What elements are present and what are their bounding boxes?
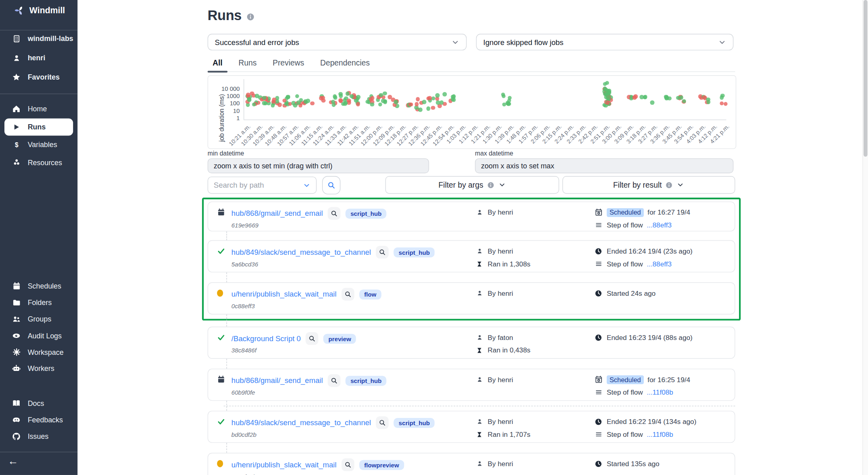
error-job-dot[interactable] — [371, 96, 375, 100]
error-job-dot[interactable] — [321, 96, 325, 100]
success-job-dot[interactable] — [605, 81, 609, 85]
success-job-dot[interactable] — [370, 102, 374, 106]
job-kind-filter-select[interactable]: Successful and error jobs — [208, 34, 467, 50]
error-job-dot[interactable] — [720, 101, 724, 105]
success-job-dot[interactable] — [284, 102, 288, 106]
inspect-run-button[interactable] — [328, 374, 341, 387]
tab-previews[interactable]: Previews — [272, 57, 305, 70]
success-job-dot[interactable] — [247, 98, 251, 102]
sidebar-item-docs[interactable]: Docs — [0, 395, 78, 411]
success-job-dot[interactable] — [422, 100, 426, 104]
tab-all[interactable]: All — [212, 57, 223, 70]
success-job-dot[interactable] — [426, 106, 430, 111]
success-job-dot[interactable] — [721, 94, 725, 98]
run-card[interactable]: u/henri/publish_slack_wait_mail flow 0c8… — [208, 283, 735, 315]
scrollbar-thumb[interactable] — [864, 0, 868, 157]
success-job-dot[interactable] — [255, 94, 259, 98]
success-job-dot[interactable] — [379, 93, 383, 97]
parent-flow-link[interactable]: ...11f08b — [647, 430, 673, 438]
skipped-flow-filter-select[interactable]: Ignore skipped flow jobs — [476, 34, 734, 50]
sidebar-item-resources[interactable]: Resources — [0, 154, 78, 171]
sidebar-item-issues[interactable]: Issues — [0, 428, 78, 444]
run-path-link[interactable]: hub/868/gmail/_send_email — [231, 377, 323, 385]
scrollbar-track[interactable] — [862, 0, 868, 475]
sidebar-item-windmill-labs[interactable]: windmill-labs — [0, 29, 78, 48]
success-job-dot[interactable] — [394, 100, 398, 104]
run-card[interactable]: /Background Script 0 preview 38c8486f By… — [208, 327, 735, 359]
success-job-dot[interactable] — [606, 94, 610, 98]
success-job-dot[interactable] — [264, 101, 268, 105]
sidebar-item-audit-logs[interactable]: Audit Logs — [0, 328, 78, 344]
parent-flow-link[interactable]: ...11f08b — [647, 388, 673, 396]
run-path-link[interactable]: u/henri/publish_slack_wait_mail — [231, 290, 337, 299]
sidebar-item-workers[interactable]: Workers — [0, 360, 78, 377]
error-job-dot[interactable] — [416, 97, 420, 101]
success-job-dot[interactable] — [338, 92, 342, 96]
success-job-dot[interactable] — [507, 102, 511, 106]
search-by-path-select[interactable]: Search by path — [208, 176, 317, 194]
parent-flow-link[interactable]: ...88eff3 — [647, 260, 671, 268]
success-job-dot[interactable] — [383, 91, 387, 95]
error-job-dot[interactable] — [633, 95, 637, 99]
success-job-dot[interactable] — [682, 99, 686, 103]
filter-by-args-button[interactable]: Filter by args — [385, 176, 559, 194]
run-card[interactable]: hub/849/slack/send_message_to_channel sc… — [208, 240, 735, 272]
success-job-dot[interactable] — [378, 102, 382, 106]
error-job-dot[interactable] — [347, 98, 351, 102]
run-card[interactable]: u/henri/publish_slack_wait_mail flowprev… — [208, 453, 735, 475]
success-job-dot[interactable] — [275, 99, 279, 103]
sidebar-item-groups[interactable]: Groups — [0, 311, 78, 328]
success-job-dot[interactable] — [381, 99, 385, 103]
error-job-dot[interactable] — [428, 96, 432, 100]
search-button[interactable] — [322, 176, 340, 194]
success-job-dot[interactable] — [295, 94, 299, 98]
success-job-dot[interactable] — [366, 100, 370, 104]
success-job-dot[interactable] — [501, 92, 505, 96]
error-job-dot[interactable] — [356, 102, 360, 106]
error-job-dot[interactable] — [702, 95, 706, 99]
error-job-dot[interactable] — [415, 102, 419, 106]
run-card[interactable]: hub/868/gmail/_send_email script_hub 619… — [208, 201, 735, 231]
success-job-dot[interactable] — [350, 94, 354, 98]
sidebar-item-runs[interactable]: Runs — [4, 118, 73, 135]
collapse-sidebar-button[interactable]: ← — [8, 455, 18, 467]
app-logo[interactable]: Windmill — [14, 5, 65, 16]
error-job-dot[interactable] — [606, 100, 610, 104]
sidebar-item-workspace[interactable]: Workspace — [0, 344, 78, 360]
run-path-link[interactable]: u/henri/publish_slack_wait_mail — [231, 461, 337, 469]
success-job-dot[interactable] — [262, 96, 266, 100]
success-job-dot[interactable] — [643, 95, 647, 99]
error-job-dot[interactable] — [271, 100, 275, 104]
success-job-dot[interactable] — [271, 103, 275, 107]
sidebar-item-henri[interactable]: henri — [0, 48, 78, 68]
success-job-dot[interactable] — [252, 102, 256, 106]
success-job-dot[interactable] — [679, 95, 683, 99]
sidebar-item-schedules[interactable]: Schedules — [0, 278, 78, 295]
success-job-dot[interactable] — [293, 103, 297, 107]
info-icon[interactable] — [246, 13, 255, 21]
success-job-dot[interactable] — [443, 92, 447, 96]
success-job-dot[interactable] — [440, 100, 444, 104]
inspect-run-button[interactable] — [376, 246, 389, 259]
success-job-dot[interactable] — [341, 102, 345, 106]
parent-flow-link[interactable]: ...88eff3 — [647, 221, 671, 229]
error-job-dot[interactable] — [408, 102, 412, 106]
inspect-run-button[interactable] — [306, 332, 319, 345]
success-job-dot[interactable] — [706, 100, 710, 104]
success-job-dot[interactable] — [306, 99, 310, 103]
tab-dependencies[interactable]: Dependencies — [319, 57, 370, 70]
success-job-dot[interactable] — [418, 108, 422, 112]
sidebar-item-favorites[interactable]: Favorites — [0, 68, 78, 87]
inspect-run-button[interactable] — [342, 459, 354, 471]
run-path-link[interactable]: hub/868/gmail/_send_email — [231, 209, 323, 218]
min-datetime-input[interactable] — [208, 158, 429, 173]
success-job-dot[interactable] — [502, 102, 506, 106]
tab-runs[interactable]: Runs — [238, 57, 257, 70]
sidebar-item-home[interactable]: Home — [0, 100, 78, 117]
error-job-dot[interactable] — [310, 101, 314, 105]
run-path-link[interactable]: hub/849/slack/send_message_to_channel — [231, 248, 371, 256]
run-card[interactable]: hub/868/gmail/_send_email script_hub 60b… — [208, 369, 735, 401]
inspect-run-button[interactable] — [342, 288, 354, 301]
success-job-dot[interactable] — [356, 95, 360, 99]
run-path-link[interactable]: /Background Script 0 — [231, 334, 301, 343]
